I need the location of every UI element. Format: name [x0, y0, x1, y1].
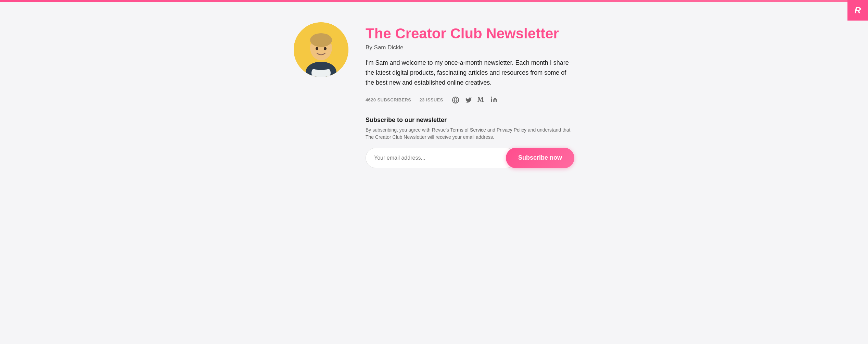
author-name: By Sam Dickie: [366, 44, 574, 51]
subscribers-stat: 4620 SUBSCRIBERS: [366, 97, 411, 102]
svg-point-9: [491, 96, 492, 97]
legal-text-1: By subscribing, you agree with Revue's: [366, 127, 450, 133]
subscribe-section: Subscribe to our newsletter By subscribi…: [366, 116, 574, 168]
profile-section: The Creator Club Newsletter By Sam Dicki…: [294, 22, 574, 168]
privacy-policy-link[interactable]: Privacy Policy: [497, 127, 526, 133]
subscribe-form: Subscribe now: [366, 148, 574, 168]
twitter-icon[interactable]: [464, 96, 473, 104]
email-input[interactable]: [366, 148, 516, 168]
subscribe-legal: By subscribing, you agree with Revue's T…: [366, 126, 574, 141]
main-content: The Creator Club Newsletter By Sam Dicki…: [280, 2, 588, 209]
stats-row: 4620 SUBSCRIBERS 23 ISSUES: [366, 96, 574, 104]
subscribe-button[interactable]: Subscribe now: [506, 148, 574, 168]
social-icons: M: [451, 96, 499, 104]
issues-label: ISSUES: [426, 97, 443, 102]
svg-point-5: [316, 47, 318, 50]
newsletter-info: The Creator Club Newsletter By Sam Dicki…: [366, 22, 574, 168]
svg-point-6: [324, 47, 327, 50]
issues-stat: 23 ISSUES: [419, 97, 443, 102]
issues-count: 23: [419, 97, 424, 102]
avatar: [294, 22, 348, 77]
terms-of-service-link[interactable]: Terms of Service: [450, 127, 486, 133]
globe-icon[interactable]: [451, 96, 460, 104]
medium-icon[interactable]: M: [477, 96, 486, 104]
legal-text-2: and: [486, 127, 497, 133]
subscribers-label: SUBSCRIBERS: [378, 97, 411, 102]
revue-letter: R: [855, 5, 861, 16]
subscribers-count: 4620: [366, 97, 376, 102]
newsletter-description: I'm Sam and welcome to my once-a-month n…: [366, 58, 574, 87]
newsletter-title: The Creator Club Newsletter: [366, 26, 574, 41]
linkedin-icon[interactable]: [490, 96, 499, 104]
subscribe-title: Subscribe to our newsletter: [366, 116, 574, 124]
revue-badge: R: [847, 0, 868, 21]
